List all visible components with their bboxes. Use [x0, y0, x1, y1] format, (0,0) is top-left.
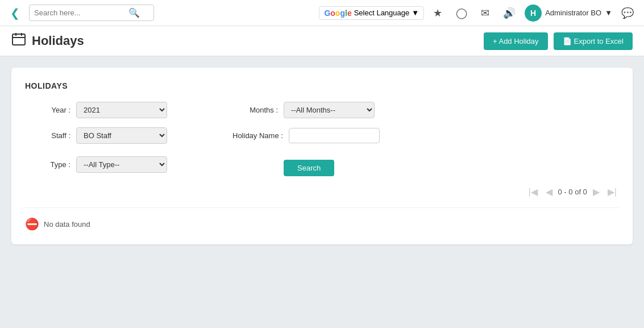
page-header: Holidays + Add Holiday 📄 Export to Excel [0, 26, 644, 56]
chat-button[interactable]: 💬 [617, 5, 638, 22]
mail-button[interactable]: ✉ [476, 5, 494, 22]
filter-form: Year : 2019 2020 2021 2022 2023 Months :… [25, 102, 423, 176]
google-translate-widget[interactable]: Google Select Language ▼ [319, 6, 424, 20]
add-holiday-button[interactable]: + Add Holiday [484, 32, 548, 50]
translate-dropdown-icon: ▼ [412, 9, 419, 17]
user-avatar: H [525, 5, 542, 22]
type-label: Type : [25, 160, 70, 169]
first-page-button[interactable]: |◀ [526, 185, 539, 198]
months-group: Months : --All Months-- January February… [232, 102, 423, 118]
staff-group: Staff : BO Staff All Staff [25, 127, 215, 144]
months-label: Months : [232, 106, 278, 114]
holidays-card: HOLIDAYS Year : 2019 2020 2021 2022 2023… [11, 68, 633, 244]
year-group: Year : 2019 2020 2021 2022 2023 [25, 102, 215, 118]
next-page-button[interactable]: ▶ [591, 185, 602, 198]
export-label: Export to Excel [574, 37, 624, 45]
translate-label: Select Language [354, 9, 410, 17]
search-group: Search [232, 157, 423, 176]
top-navigation: ❮ 🔍 Google Select Language ▼ ★ ◯ ✉ 🔊 H A… [0, 0, 644, 26]
user-dropdown-icon: ▼ [605, 9, 612, 17]
staff-select[interactable]: BO Staff All Staff [76, 127, 167, 144]
holiday-name-input[interactable] [289, 128, 380, 143]
google-logo: Google [324, 9, 351, 18]
months-select[interactable]: --All Months-- January February March Ap… [284, 102, 375, 118]
pagination-info: 0 - 0 of 0 [558, 188, 587, 196]
year-label: Year : [25, 106, 70, 114]
header-actions: + Add Holiday 📄 Export to Excel [484, 32, 633, 50]
search-icon: 🔍 [128, 7, 140, 18]
no-data-area: ⛔ No data found [25, 217, 619, 231]
card-title: HOLIDAYS [25, 81, 619, 90]
pagination-area: |◀ ◀ 0 - 0 of 0 ▶ ▶| [25, 185, 619, 198]
prev-page-button[interactable]: ◀ [543, 185, 555, 198]
type-group: Type : --All Type-- Public Work [25, 153, 215, 176]
staff-label: Staff : [25, 131, 70, 140]
sound-button[interactable]: 🔊 [498, 5, 520, 22]
page-title-area: Holidays [11, 32, 84, 50]
type-select[interactable]: --All Type-- Public Work [76, 156, 167, 173]
svg-rect-0 [13, 34, 25, 45]
main-content: HOLIDAYS Year : 2019 2020 2021 2022 2023… [0, 56, 644, 256]
user-menu-button[interactable]: H Administrator BO ▼ [525, 5, 612, 22]
favorites-button[interactable]: ★ [429, 5, 447, 22]
holidays-icon [11, 32, 26, 50]
holiday-name-label: Holiday Name : [232, 131, 283, 140]
search-box: 🔍 [29, 5, 154, 21]
no-data-text: No data found [44, 220, 90, 229]
holiday-name-group: Holiday Name : [232, 127, 423, 144]
search-input[interactable] [34, 9, 125, 17]
search-button[interactable]: Search [284, 160, 334, 176]
last-page-button[interactable]: ▶| [605, 185, 619, 198]
divider [25, 207, 619, 208]
year-select[interactable]: 2019 2020 2021 2022 2023 [76, 102, 167, 118]
clock-button[interactable]: ◯ [451, 5, 472, 22]
back-button[interactable]: ❮ [6, 4, 24, 22]
page-title: Holidays [32, 34, 84, 48]
no-data-icon: ⛔ [25, 217, 39, 231]
export-excel-button[interactable]: 📄 Export to Excel [554, 32, 633, 50]
export-icon: 📄 [563, 37, 572, 45]
user-name: Administrator BO [545, 9, 601, 17]
